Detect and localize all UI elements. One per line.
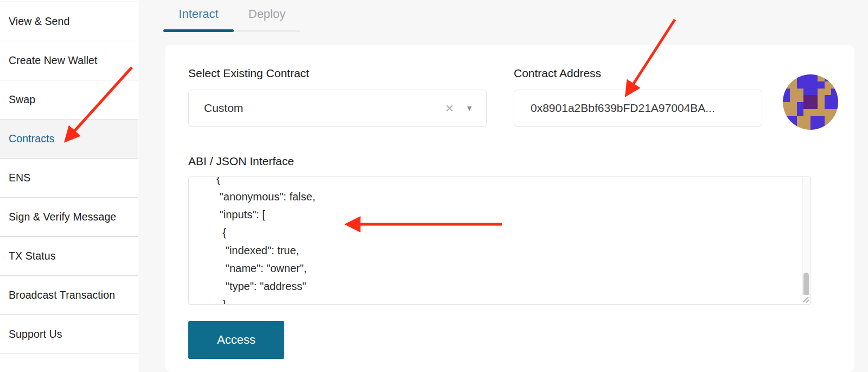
sidebar-item-sign-verify-message[interactable]: Sign & Verify Message: [0, 198, 138, 237]
mew-contracts-page: View & SendCreate New WalletSwapContract…: [0, 0, 868, 372]
textarea-scrollbar-thumb[interactable]: [803, 273, 809, 297]
abi-json-label: ABI / JSON Interface: [188, 155, 294, 168]
abi-json-textarea[interactable]: { "anonymous": false, "inputs": [ { "ind…: [188, 176, 811, 305]
chevron-down-icon[interactable]: ▼: [465, 104, 473, 112]
sidebar-item-tx-status[interactable]: TX Status: [0, 237, 138, 276]
tab-deploy[interactable]: Deploy: [234, 7, 300, 21]
clear-icon[interactable]: ×: [445, 101, 454, 115]
sidebar-item-label: Sign & Verify Message: [9, 211, 116, 223]
tab-active-underline: [163, 29, 234, 32]
sidebar-item-view-send[interactable]: View & Send: [0, 2, 138, 41]
sidebar-item-create-new-wallet[interactable]: Create New Wallet: [0, 41, 138, 80]
sidebar-item-label: ENS: [9, 172, 30, 184]
sidebar-item-label: Swap: [9, 93, 35, 106]
main-content: Interact Deploy Select Existing Contract…: [139, 0, 868, 372]
sidebar: View & SendCreate New WalletSwapContract…: [0, 0, 138, 372]
interact-card: Select Existing Contract Custom × ▼ Cont…: [165, 45, 854, 372]
select-contract-dropdown[interactable]: Custom × ▼: [188, 90, 487, 127]
sidebar-item-label: TX Status: [9, 250, 56, 262]
sidebar-item-swap[interactable]: Swap: [0, 80, 138, 119]
sidebar-item-label: Create New Wallet: [9, 54, 98, 67]
sidebar-item-support-us[interactable]: Support Us: [0, 315, 138, 354]
access-button[interactable]: Access: [188, 321, 284, 359]
sidebar-item-contracts[interactable]: Contracts: [0, 119, 138, 159]
select-contract-value: Custom: [204, 102, 445, 115]
tab-interact[interactable]: Interact: [163, 7, 234, 21]
sidebar-menu: View & SendCreate New WalletSwapContract…: [0, 2, 138, 354]
tab-underline-track: [234, 30, 300, 32]
sidebar-item-label: Contracts: [9, 133, 54, 145]
sidebar-item-label: Broadcast Transaction: [9, 289, 115, 301]
contract-address-input[interactable]: [514, 90, 762, 127]
sidebar-item-broadcast-transaction[interactable]: Broadcast Transaction: [0, 276, 138, 315]
select-contract-label: Select Existing Contract: [188, 67, 309, 80]
sidebar-item-label: Support Us: [9, 328, 62, 341]
abi-json-content: { "anonymous": false, "inputs": [ { "ind…: [189, 176, 315, 305]
sidebar-item-ens[interactable]: ENS: [0, 159, 138, 198]
address-identicon: [783, 74, 838, 130]
contract-address-label: Contract Address: [514, 67, 601, 80]
sidebar-item-label: View & Send: [9, 15, 69, 28]
resize-grip-icon[interactable]: [801, 295, 810, 304]
